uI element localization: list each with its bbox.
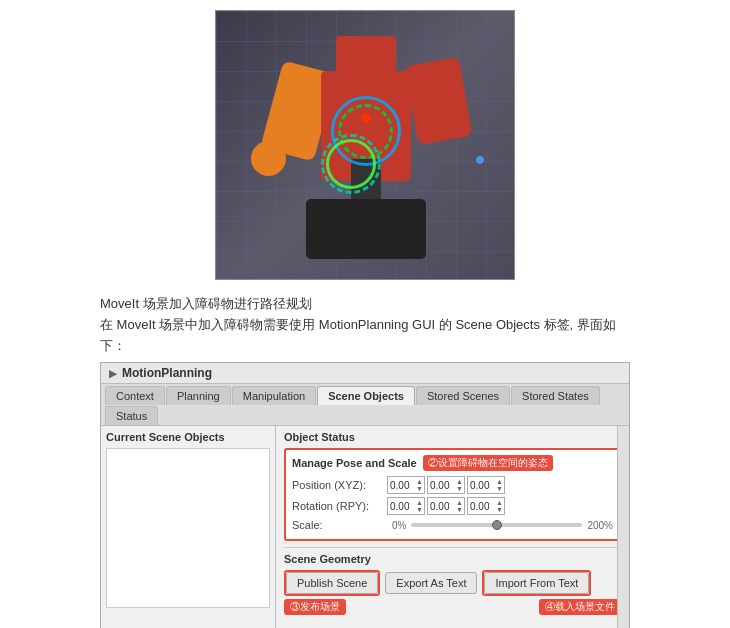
rotation-inputs: 0.00 ▲▼ 0.00 ▲▼ 0.00 ▲▼	[387, 497, 505, 515]
left-panel: Current Scene Objects	[101, 426, 276, 628]
position-z-arrows[interactable]: ▲▼	[495, 478, 504, 492]
publish-scene-button[interactable]: Publish Scene	[286, 572, 378, 594]
rotation-r-input[interactable]: 0.00 ▲▼	[387, 497, 425, 515]
tab-bar: Context Planning Manipulation Scene Obje…	[101, 384, 629, 426]
scene-geometry-title: Scene Geometry	[284, 553, 621, 565]
tab-context[interactable]: Context	[105, 386, 165, 405]
rotation-row: Rotation (RPY): 0.00 ▲▼ 0.00 ▲▼ 0.00 ▲▼	[292, 497, 613, 515]
description-line1: MoveIt 场景加入障碍物进行路径规划	[100, 294, 630, 315]
robot-left-hand	[251, 141, 286, 176]
rotation-y-input[interactable]: 0.00 ▲▼	[467, 497, 505, 515]
tab-status[interactable]: Status	[105, 406, 158, 425]
rotation-y-arrows[interactable]: ▲▼	[495, 499, 504, 513]
scale-slider-track[interactable]	[411, 523, 582, 527]
position-label: Position (XYZ):	[292, 479, 387, 491]
import-from-text-button[interactable]: Import From Text	[484, 572, 589, 594]
circle-red-dot	[361, 113, 371, 123]
right-panel: Object Status Manage Pose and Scale ②设置障…	[276, 426, 629, 628]
position-x-input[interactable]: 0.00 ▲▼	[387, 476, 425, 494]
manage-pose-title: Manage Pose and Scale	[292, 457, 417, 469]
scene-objects-list	[106, 448, 270, 608]
position-z-value: 0.00	[468, 480, 495, 491]
panel-title: MotionPlanning	[122, 366, 212, 380]
robot-image-area	[0, 0, 730, 288]
position-x-value: 0.00	[388, 480, 415, 491]
circle-green-bottom	[326, 139, 376, 189]
scene-geometry-section: Scene Geometry Publish Scene Export As T…	[284, 547, 621, 615]
scale-slider-thumb[interactable]	[492, 520, 502, 530]
position-y-arrows[interactable]: ▲▼	[455, 478, 464, 492]
tab-stored-scenes[interactable]: Stored Scenes	[416, 386, 510, 405]
annotation-import: ④载入场景文件	[539, 599, 621, 615]
motion-planning-panel: ▶ MotionPlanning Context Planning Manipu…	[100, 362, 630, 628]
rotation-p-input[interactable]: 0.00 ▲▼	[427, 497, 465, 515]
current-scene-objects-title: Current Scene Objects	[106, 431, 270, 443]
position-y-value: 0.00	[428, 480, 455, 491]
position-inputs: 0.00 ▲▼ 0.00 ▲▼ 0.00 ▲▼	[387, 476, 505, 494]
tab-planning[interactable]: Planning	[166, 386, 231, 405]
panel-icon: ▶	[109, 368, 117, 379]
object-status-title: Object Status	[284, 431, 621, 443]
rotation-label: Rotation (RPY):	[292, 500, 387, 512]
tab-manipulation[interactable]: Manipulation	[232, 386, 316, 405]
export-as-text-button[interactable]: Export As Text	[385, 572, 477, 594]
scale-max-label: 200%	[587, 520, 613, 531]
panel-title-bar: ▶ MotionPlanning	[101, 363, 629, 384]
dot-right	[476, 156, 484, 164]
annotation-badge-pose: ②设置障碍物在空间的姿态	[423, 455, 553, 471]
description-line2: 在 MoveIt 场景中加入障碍物需要使用 MotionPlanning GUI…	[100, 315, 630, 357]
robot-right-arm	[404, 57, 472, 145]
export-btn-wrapper: Export As Text	[385, 572, 477, 594]
manage-pose-header: Manage Pose and Scale ②设置障碍物在空间的姿态	[292, 455, 613, 471]
panel-body: Current Scene Objects Object Status Mana…	[101, 426, 629, 628]
description-area: MoveIt 场景加入障碍物进行路径规划 在 MoveIt 场景中加入障碍物需要…	[0, 288, 730, 362]
import-btn-wrapper: Import From Text	[482, 570, 591, 596]
manage-pose-box: Manage Pose and Scale ②设置障碍物在空间的姿态 Posit…	[284, 448, 621, 541]
publish-btn-wrapper: Publish Scene	[284, 570, 380, 596]
rotation-r-value: 0.00	[388, 501, 415, 512]
position-x-arrows[interactable]: ▲▼	[415, 478, 424, 492]
position-row: Position (XYZ): 0.00 ▲▼ 0.00 ▲▼ 0.00 ▲▼	[292, 476, 613, 494]
rotation-y-value: 0.00	[468, 501, 495, 512]
rotation-r-arrows[interactable]: ▲▼	[415, 499, 424, 513]
geometry-buttons: Publish Scene Export As Text Import From…	[284, 570, 621, 596]
robot-visualization	[215, 10, 515, 280]
scale-row: Scale: 0% 200%	[292, 518, 613, 532]
scale-min-label: 0%	[392, 520, 406, 531]
rotation-p-value: 0.00	[428, 501, 455, 512]
position-y-input[interactable]: 0.00 ▲▼	[427, 476, 465, 494]
position-z-input[interactable]: 0.00 ▲▼	[467, 476, 505, 494]
robot-base	[306, 199, 426, 259]
button-annotations: ③发布场景 ④载入场景文件	[284, 599, 621, 615]
rotation-p-arrows[interactable]: ▲▼	[455, 499, 464, 513]
annotation-publish: ③发布场景	[284, 599, 346, 615]
tab-scene-objects[interactable]: Scene Objects	[317, 386, 415, 405]
scale-label: Scale:	[292, 519, 387, 531]
panel-scrollbar[interactable]	[617, 426, 629, 628]
tab-stored-states[interactable]: Stored States	[511, 386, 600, 405]
scale-slider-container[interactable]	[411, 518, 582, 532]
